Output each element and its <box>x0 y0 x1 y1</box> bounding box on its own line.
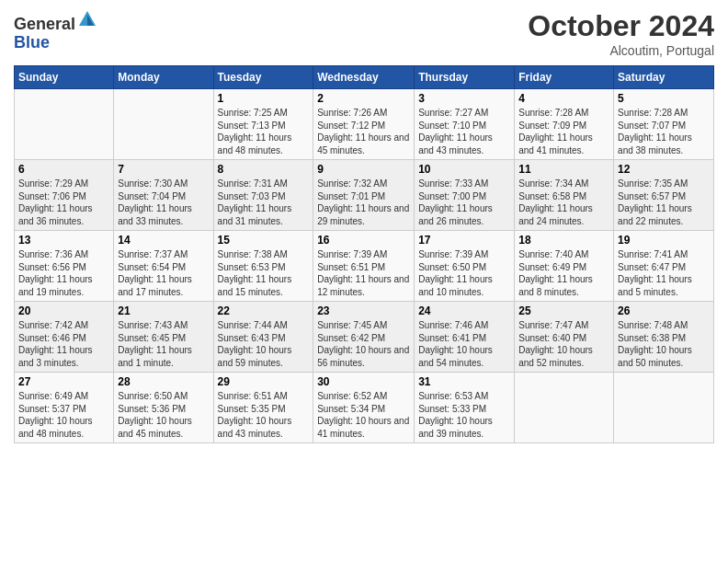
day-number: 6 <box>18 163 109 176</box>
calendar-cell: 3Sunrise: 7:27 AM Sunset: 7:10 PM Daylig… <box>415 89 515 160</box>
calendar-cell: 19Sunrise: 7:41 AM Sunset: 6:47 PM Dayli… <box>614 231 714 302</box>
calendar-cell: 26Sunrise: 7:48 AM Sunset: 6:38 PM Dayli… <box>614 302 714 373</box>
day-number: 26 <box>618 304 710 317</box>
day-info: Sunrise: 7:28 AM Sunset: 7:09 PM Dayligh… <box>518 107 609 156</box>
day-info: Sunrise: 7:36 AM Sunset: 6:56 PM Dayligh… <box>18 248 109 298</box>
day-info: Sunrise: 6:51 AM Sunset: 5:35 PM Dayligh… <box>218 390 310 440</box>
calendar-cell: 13Sunrise: 7:36 AM Sunset: 6:56 PM Dayli… <box>15 231 114 302</box>
page-container: General Blue October 2024 Alcoutim, Port… <box>0 0 728 453</box>
day-number: 21 <box>118 304 209 317</box>
title-block: October 2024 Alcoutim, Portugal <box>528 9 714 58</box>
calendar-cell <box>15 89 114 160</box>
day-number: 5 <box>618 92 710 105</box>
day-info: Sunrise: 6:52 AM Sunset: 5:34 PM Dayligh… <box>317 390 410 440</box>
day-number: 1 <box>218 92 310 105</box>
calendar-cell: 8Sunrise: 7:31 AM Sunset: 7:03 PM Daylig… <box>213 160 313 231</box>
month-title: October 2024 <box>528 9 714 43</box>
calendar-cell: 5Sunrise: 7:28 AM Sunset: 7:07 PM Daylig… <box>614 89 714 160</box>
day-number: 18 <box>518 234 609 247</box>
day-header-tuesday: Tuesday <box>213 66 313 89</box>
calendar-cell: 2Sunrise: 7:26 AM Sunset: 7:12 PM Daylig… <box>313 89 415 160</box>
day-number: 28 <box>118 375 209 388</box>
day-info: Sunrise: 7:27 AM Sunset: 7:10 PM Dayligh… <box>418 107 510 156</box>
calendar-cell <box>114 89 213 160</box>
calendar-cell: 9Sunrise: 7:32 AM Sunset: 7:01 PM Daylig… <box>313 160 415 231</box>
calendar-cell: 4Sunrise: 7:28 AM Sunset: 7:09 PM Daylig… <box>515 89 614 160</box>
day-number: 10 <box>418 163 510 176</box>
day-info: Sunrise: 7:26 AM Sunset: 7:12 PM Dayligh… <box>317 107 410 156</box>
calendar-cell: 15Sunrise: 7:38 AM Sunset: 6:53 PM Dayli… <box>213 231 313 302</box>
day-info: Sunrise: 7:42 AM Sunset: 6:46 PM Dayligh… <box>18 319 109 369</box>
location: Alcoutim, Portugal <box>528 43 714 58</box>
day-header-sunday: Sunday <box>15 66 114 89</box>
calendar-cell: 27Sunrise: 6:49 AM Sunset: 5:37 PM Dayli… <box>15 373 114 443</box>
day-number: 20 <box>18 304 109 317</box>
day-number: 13 <box>18 234 109 247</box>
calendar-cell: 29Sunrise: 6:51 AM Sunset: 5:35 PM Dayli… <box>213 373 313 443</box>
day-number: 24 <box>418 304 510 317</box>
calendar-cell: 1Sunrise: 7:25 AM Sunset: 7:13 PM Daylig… <box>213 89 313 160</box>
calendar-cell: 10Sunrise: 7:33 AM Sunset: 7:00 PM Dayli… <box>415 160 515 231</box>
day-number: 9 <box>317 163 410 176</box>
day-info: Sunrise: 7:45 AM Sunset: 6:42 PM Dayligh… <box>317 319 410 369</box>
day-info: Sunrise: 6:50 AM Sunset: 5:36 PM Dayligh… <box>118 390 209 440</box>
day-info: Sunrise: 7:33 AM Sunset: 7:00 PM Dayligh… <box>418 178 510 227</box>
calendar-cell: 25Sunrise: 7:47 AM Sunset: 6:40 PM Dayli… <box>515 302 614 373</box>
day-info: Sunrise: 6:49 AM Sunset: 5:37 PM Dayligh… <box>18 390 109 440</box>
day-info: Sunrise: 7:48 AM Sunset: 6:38 PM Dayligh… <box>618 319 710 369</box>
calendar-cell: 11Sunrise: 7:34 AM Sunset: 6:58 PM Dayli… <box>515 160 614 231</box>
day-header-friday: Friday <box>515 66 614 89</box>
day-info: Sunrise: 7:46 AM Sunset: 6:41 PM Dayligh… <box>418 319 510 369</box>
day-number: 30 <box>317 375 410 388</box>
calendar-week-row: 6Sunrise: 7:29 AM Sunset: 7:06 PM Daylig… <box>15 160 714 231</box>
day-number: 29 <box>218 375 310 388</box>
day-number: 17 <box>418 234 510 247</box>
day-info: Sunrise: 7:25 AM Sunset: 7:13 PM Dayligh… <box>218 107 310 156</box>
day-number: 23 <box>317 304 410 317</box>
day-number: 4 <box>518 92 609 105</box>
calendar-cell: 30Sunrise: 6:52 AM Sunset: 5:34 PM Dayli… <box>313 373 415 443</box>
calendar-cell: 28Sunrise: 6:50 AM Sunset: 5:36 PM Dayli… <box>114 373 213 443</box>
calendar-cell: 21Sunrise: 7:43 AM Sunset: 6:45 PM Dayli… <box>114 302 213 373</box>
day-number: 31 <box>418 375 510 388</box>
day-info: Sunrise: 7:28 AM Sunset: 7:07 PM Dayligh… <box>618 107 710 156</box>
day-number: 15 <box>218 234 310 247</box>
logo-icon <box>77 9 97 29</box>
calendar-cell: 18Sunrise: 7:40 AM Sunset: 6:49 PM Dayli… <box>515 231 614 302</box>
calendar-week-row: 20Sunrise: 7:42 AM Sunset: 6:46 PM Dayli… <box>15 302 714 373</box>
day-number: 22 <box>218 304 310 317</box>
day-info: Sunrise: 7:29 AM Sunset: 7:06 PM Dayligh… <box>18 178 109 227</box>
day-info: Sunrise: 7:47 AM Sunset: 6:40 PM Dayligh… <box>518 319 609 369</box>
calendar-cell: 12Sunrise: 7:35 AM Sunset: 6:57 PM Dayli… <box>614 160 714 231</box>
day-info: Sunrise: 7:35 AM Sunset: 6:57 PM Dayligh… <box>618 178 710 227</box>
logo-blue-text: Blue <box>14 33 50 52</box>
day-number: 3 <box>418 92 510 105</box>
page-header: General Blue October 2024 Alcoutim, Port… <box>14 9 714 58</box>
calendar-cell: 23Sunrise: 7:45 AM Sunset: 6:42 PM Dayli… <box>313 302 415 373</box>
day-info: Sunrise: 6:53 AM Sunset: 5:33 PM Dayligh… <box>418 390 510 440</box>
calendar-cell: 22Sunrise: 7:44 AM Sunset: 6:43 PM Dayli… <box>213 302 313 373</box>
day-number: 16 <box>317 234 410 247</box>
day-number: 25 <box>518 304 609 317</box>
day-info: Sunrise: 7:38 AM Sunset: 6:53 PM Dayligh… <box>218 248 310 298</box>
calendar-cell: 20Sunrise: 7:42 AM Sunset: 6:46 PM Dayli… <box>15 302 114 373</box>
calendar-cell <box>515 373 614 443</box>
day-number: 11 <box>518 163 609 176</box>
day-info: Sunrise: 7:32 AM Sunset: 7:01 PM Dayligh… <box>317 178 410 227</box>
calendar-cell: 14Sunrise: 7:37 AM Sunset: 6:54 PM Dayli… <box>114 231 213 302</box>
day-header-wednesday: Wednesday <box>313 66 415 89</box>
day-number: 14 <box>118 234 209 247</box>
logo-general-text: General <box>14 15 75 33</box>
day-number: 19 <box>618 234 710 247</box>
day-number: 8 <box>218 163 310 176</box>
day-info: Sunrise: 7:31 AM Sunset: 7:03 PM Dayligh… <box>218 178 310 227</box>
calendar-cell: 6Sunrise: 7:29 AM Sunset: 7:06 PM Daylig… <box>15 160 114 231</box>
day-number: 27 <box>18 375 109 388</box>
calendar-cell: 7Sunrise: 7:30 AM Sunset: 7:04 PM Daylig… <box>114 160 213 231</box>
day-number: 7 <box>118 163 209 176</box>
calendar-cell: 17Sunrise: 7:39 AM Sunset: 6:50 PM Dayli… <box>415 231 515 302</box>
day-header-monday: Monday <box>114 66 213 89</box>
calendar-header-row: SundayMondayTuesdayWednesdayThursdayFrid… <box>15 66 714 89</box>
calendar-cell: 16Sunrise: 7:39 AM Sunset: 6:51 PM Dayli… <box>313 231 415 302</box>
calendar-week-row: 1Sunrise: 7:25 AM Sunset: 7:13 PM Daylig… <box>15 89 714 160</box>
